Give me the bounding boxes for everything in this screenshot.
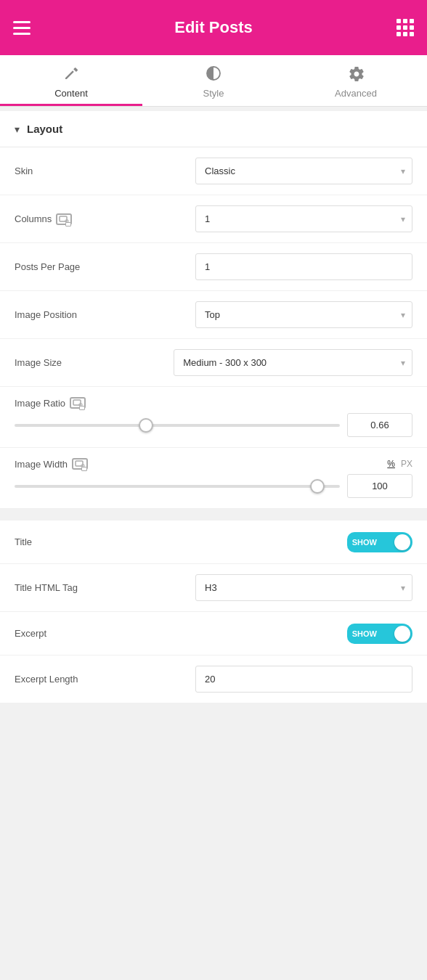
title-toggle-circle	[394, 534, 410, 550]
content-tab-label: Content	[54, 88, 88, 99]
image-width-slider-row	[0, 470, 427, 509]
style-tab-label: Style	[203, 88, 224, 99]
image-size-label: Image Size	[15, 357, 174, 368]
columns-label: Columns	[15, 213, 195, 225]
title-toggle[interactable]: SHOW	[347, 532, 412, 552]
excerpt-row: Excerpt SHOW	[0, 612, 427, 656]
hamburger-icon[interactable]	[13, 21, 30, 35]
title-toggle-switch[interactable]	[382, 532, 412, 552]
image-ratio-slider-controls	[15, 413, 412, 437]
layout-section-header[interactable]: ▾ Layout	[0, 111, 427, 147]
excerpt-label: Excerpt	[15, 628, 347, 639]
columns-select-wrapper: 1 2 3 4 ▾	[195, 205, 412, 232]
tab-content[interactable]: Content	[0, 55, 142, 106]
grid-icon[interactable]	[396, 19, 414, 36]
image-ratio-value-input[interactable]	[347, 413, 412, 437]
image-position-label: Image Position	[15, 309, 195, 320]
unit-percent-label[interactable]: %	[387, 459, 395, 469]
image-ratio-slider[interactable]	[15, 424, 340, 427]
excerpt-length-row: Excerpt Length	[0, 656, 427, 703]
excerpt-show-label: SHOW	[347, 624, 382, 644]
title-html-tag-select[interactable]: H1 H2 H3 H4 H5 H6	[195, 574, 412, 601]
layout-chevron-icon: ▾	[15, 123, 20, 135]
layout-section-title: Layout	[27, 123, 62, 135]
image-position-select[interactable]: Top Left Right None	[195, 301, 412, 328]
title-html-tag-select-wrapper: H1 H2 H3 H4 H5 H6 ▾	[195, 574, 412, 601]
excerpt-length-input[interactable]	[195, 666, 412, 693]
title-html-tag-row: Title HTML Tag H1 H2 H3 H4 H5 H6 ▾	[0, 564, 427, 612]
image-width-value-input[interactable]	[347, 474, 412, 498]
image-size-select[interactable]: Medium - 300 x 300 Large Thumbnail Full	[174, 349, 412, 376]
content-tab-icon	[63, 65, 79, 85]
form-content: Skin Classic Cards Full Content ▾ Column…	[0, 147, 427, 703]
image-width-slider[interactable]	[15, 485, 340, 488]
excerpt-toggle-switch[interactable]	[382, 624, 412, 644]
excerpt-length-input-wrapper	[195, 666, 412, 693]
image-position-row: Image Position Top Left Right None ▾	[0, 291, 427, 339]
title-row: Title SHOW	[0, 520, 427, 564]
image-ratio-label-row: Image Ratio	[0, 387, 427, 409]
advanced-tab-icon	[348, 65, 364, 85]
image-ratio-label: Image Ratio	[15, 397, 412, 409]
columns-row: Columns 1 2 3 4 ▾	[0, 195, 427, 243]
tab-style[interactable]: Style	[142, 55, 285, 106]
skin-select[interactable]: Classic Cards Full Content	[195, 158, 412, 184]
app-header: Edit Posts	[0, 0, 427, 55]
columns-select[interactable]: 1 2 3 4	[195, 205, 412, 232]
image-ratio-slider-row	[0, 409, 427, 448]
image-ratio-responsive-icon	[70, 397, 86, 409]
skin-row: Skin Classic Cards Full Content ▾	[0, 147, 427, 195]
advanced-tab-label: Advanced	[335, 88, 377, 99]
posts-per-page-input-wrapper	[195, 253, 412, 280]
image-width-units: % PX	[387, 459, 412, 469]
image-width-responsive-icon	[72, 458, 88, 470]
image-width-label: Image Width	[15, 458, 387, 470]
skin-select-wrapper: Classic Cards Full Content ▾	[195, 158, 412, 184]
skin-label: Skin	[15, 166, 195, 176]
posts-per-page-input[interactable]	[195, 253, 412, 280]
title-label: Title	[15, 536, 347, 547]
unit-px-label[interactable]: PX	[401, 459, 412, 469]
image-width-slider-controls	[15, 474, 412, 498]
excerpt-length-label: Excerpt Length	[15, 674, 195, 685]
excerpt-toggle-circle	[394, 626, 410, 642]
page-title: Edit Posts	[174, 18, 253, 37]
columns-responsive-icon	[56, 213, 72, 225]
title-html-tag-label: Title HTML Tag	[15, 582, 195, 593]
image-size-select-wrapper: Medium - 300 x 300 Large Thumbnail Full …	[174, 349, 412, 376]
posts-per-page-label: Posts Per Page	[15, 261, 195, 272]
tab-bar: Content Style Advanced	[0, 55, 427, 107]
tab-advanced[interactable]: Advanced	[285, 55, 427, 106]
posts-per-page-row: Posts Per Page	[0, 243, 427, 291]
section-gap-1	[0, 509, 427, 520]
excerpt-toggle[interactable]: SHOW	[347, 624, 412, 644]
style-tab-icon	[206, 65, 221, 85]
image-width-label-row: Image Width % PX	[0, 448, 427, 470]
image-size-row: Image Size Medium - 300 x 300 Large Thum…	[0, 339, 427, 387]
title-show-label: SHOW	[347, 532, 382, 552]
image-position-select-wrapper: Top Left Right None ▾	[195, 301, 412, 328]
